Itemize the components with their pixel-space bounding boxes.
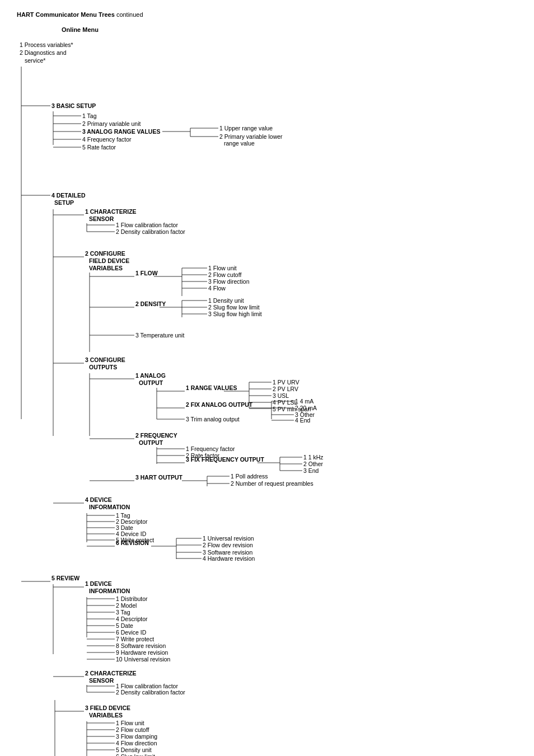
rev-dev-info: 1 DEVICE — [85, 580, 112, 587]
pv-lrv: 2 PV LRV — [273, 386, 298, 392]
ffo-1khz: 1 1 kHz — [303, 454, 324, 461]
rcs-dcf: 2 Density calibration factor — [116, 689, 185, 696]
flow-node: 1 FLOW — [135, 270, 158, 276]
di-revision: 6 REVISION — [116, 539, 149, 546]
ffo-other: 2 Other — [303, 461, 324, 467]
flow-val: 4 Flow — [208, 285, 226, 292]
fix-freq: 3 FIX FREQUENCY OUTPUT — [186, 456, 264, 463]
hart-norp: 2 Number of request preambles — [231, 480, 313, 487]
section-title: Online Menu — [62, 26, 99, 33]
fix-analog: 2 FIX ANALOG OUTPUT — [186, 401, 253, 408]
cs-dcf: 2 Density calibration factor — [116, 228, 185, 235]
flow-dir: 3 Flow direction — [208, 278, 250, 285]
rdi-univrev: 10 Universal revision — [116, 656, 171, 663]
rdi-tag: 3 Tag — [116, 609, 130, 616]
freq-factor: 1 Frequency factor — [186, 445, 235, 452]
cfg-fdv2: FIELD DEVICE — [89, 257, 129, 264]
flow-unit: 1 Flow unit — [208, 265, 237, 271]
dev-info2: INFORMATION — [89, 504, 130, 510]
flow-cutoff: 2 Flow cutoff — [208, 271, 241, 278]
fdv-label2: VARIABLES — [89, 712, 123, 719]
range-values: 1 RANGE VALUES — [186, 384, 237, 391]
analog-out2: OUTPUT — [139, 379, 163, 386]
slug-low: 2 Slug flow low limit — [208, 304, 260, 311]
rdi-dist: 1 Distributor — [116, 595, 148, 602]
rdi-date: 5 Date — [116, 622, 133, 629]
analog-out: 1 ANALOG — [135, 372, 166, 379]
pv-urv: 1 PV URV — [273, 379, 299, 386]
rdi-wprotect: 7 Write protect — [116, 636, 154, 642]
temp-unit: 3 Temperature unit — [135, 332, 184, 339]
menu-tree-svg: 1 Process variables* 2 Diagnostics and s… — [17, 39, 526, 710]
cfg-outputs: 3 CONFIGURE — [85, 356, 125, 363]
char-sensor2: SENSOR — [89, 215, 114, 222]
page-header: HART Communicator Menu Trees continued — [17, 11, 517, 18]
l0-item1: 1 Process variables* — [20, 41, 73, 48]
arv-pvlrv2: range value — [224, 140, 255, 147]
rev-char-sensor2: SENSOR — [89, 677, 114, 684]
rdi-hwrev: 9 Hardware revision — [116, 649, 168, 656]
hart-poll: 1 Poll address — [231, 473, 268, 480]
fdv-flowdir: 4 Flow direction — [116, 740, 157, 746]
rdi-devid: 6 Device ID — [116, 629, 147, 636]
hart-out: 3 HART OUTPUT — [135, 474, 183, 481]
rev-universal: 1 Universal revision — [203, 535, 254, 542]
fdv-label: 3 FIELD DEVICE — [85, 705, 130, 711]
basic-setup: 3 BASIC SETUP — [51, 102, 96, 109]
fdv-densunit: 5 Density unit — [116, 746, 152, 753]
usl: 3 USL — [273, 392, 289, 399]
bs-rf: 5 Rate factor — [82, 144, 116, 151]
detailed-setup: 4 DETAILED — [51, 192, 86, 199]
rev-char-sensor: 2 CHARACTERIZE — [85, 670, 137, 677]
review-node: 5 REVIEW — [51, 575, 79, 581]
l0-item2: 2 Diagnostics and — [20, 49, 67, 56]
bs-pvu: 2 Primary variable unit — [82, 120, 141, 127]
freq-out: 2 FREQUENCY — [135, 432, 177, 439]
fdv-sluglow: 6 Slug low limit — [116, 753, 155, 756]
detailed-setup2: SETUP — [54, 199, 74, 206]
fdv-flowcutoff: 2 Flow cutoff — [116, 726, 149, 733]
cfg-fdv: 2 CONFIGURE — [85, 250, 125, 257]
bs-ff: 4 Frequency factor — [82, 136, 132, 143]
pv-lsl: 4 PV LSL — [273, 399, 298, 406]
rev-hardware: 4 Hardware revision — [203, 555, 255, 562]
arv-pvlrv: 2 Primary variable lower — [219, 133, 283, 140]
bs-arv: 3 ANALOG RANGE VALUES — [82, 128, 160, 135]
fix-20ma: 2 20 mA — [295, 405, 317, 411]
trim-analog: 3 Trim analog output — [186, 416, 240, 422]
cfg-fdv3: VARIABLES — [89, 265, 123, 271]
dev-info: 4 DEVICE — [85, 496, 112, 503]
rdi-model: 2 Model — [116, 602, 137, 609]
fix-end: 4 End — [295, 417, 311, 424]
rev-flowdev: 2 Flow dev revision — [203, 542, 253, 548]
header-subtitle: continued — [116, 11, 143, 18]
fdv-flowunit: 1 Flow unit — [116, 720, 144, 726]
arv-urv: 1 Upper range value — [219, 125, 273, 132]
l0-item2b: service* — [25, 57, 45, 64]
freq-out2: OUTPUT — [139, 439, 163, 446]
fdv-flowdamping: 3 Flow damping — [116, 733, 157, 740]
density-node: 2 DENSITY — [135, 300, 166, 307]
header-title: HART Communicator Menu Trees — [17, 11, 115, 18]
char-sensor: 1 CHARACTERIZE — [85, 208, 137, 215]
rdi-swrev: 8 Software revision — [116, 642, 166, 649]
density-unit: 1 Density unit — [208, 297, 244, 304]
ffo-end: 3 End — [303, 467, 319, 474]
bs-tag: 1 Tag — [82, 112, 97, 119]
cs-fcf: 1 Flow calibration factor — [116, 222, 178, 228]
slug-high: 3 Slug flow high limit — [208, 311, 262, 317]
rev-dev-info2: INFORMATION — [89, 588, 130, 594]
fix-4ma: 1 4 mA — [295, 398, 313, 405]
cfg-outputs2: OUTPUTS — [89, 364, 117, 370]
rdi-desc: 4 Descriptor — [116, 616, 148, 622]
menu-tree-svg-2: 3 FIELD DEVICE VARIABLES 1 Flow unit 2 F… — [22, 700, 532, 756]
